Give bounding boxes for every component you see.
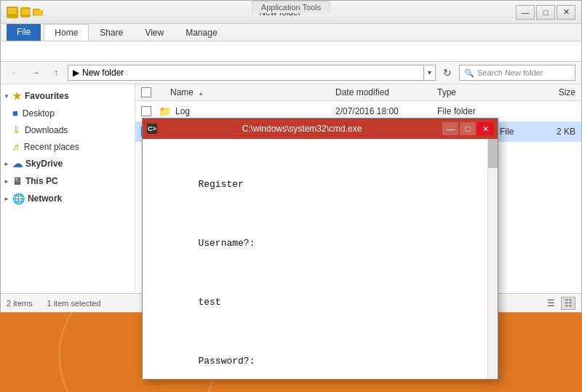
cmd-maximize-button[interactable]: □ (460, 122, 476, 135)
skydrive-icon: ☁ (12, 158, 23, 169)
cmd-line-password-prompt: Password?: (153, 345, 477, 377)
network-chevron-icon: ► (4, 196, 9, 202)
selected-count: 1 item selected (47, 299, 100, 308)
address-bar: ← → ↑ ▶ New folder ▼ ↻ 🔍 Search New fold… (1, 62, 581, 84)
cmd-window: C> C:\windows\system32\cmd.exe — □ ✕ Reg… (142, 118, 498, 380)
folder-title-icon (7, 7, 18, 18)
header-check (141, 87, 156, 97)
header-date[interactable]: Date modified (335, 87, 437, 97)
header-type[interactable]: Type (437, 87, 532, 97)
row1-checkbox[interactable] (141, 106, 151, 116)
skydrive-chevron-icon: ► (4, 161, 9, 167)
sidebar-desktop-label: Desktop (23, 108, 55, 119)
name-sort-icon: ▲ (198, 90, 204, 97)
address-path[interactable]: ▶ New folder (68, 65, 423, 80)
path-arrow: ▶ (73, 68, 79, 78)
search-box[interactable]: 🔍 Search New folder (459, 65, 575, 81)
sidebar-item-recent[interactable]: ♬ Recent places (1, 138, 135, 155)
header-size[interactable]: Size (532, 87, 575, 97)
row1-date: 2/07/2016 18:00 (335, 106, 437, 116)
downloads-icon: ⇓ (12, 124, 20, 135)
ribbon-tab-home[interactable]: Home (44, 24, 89, 41)
back-button[interactable]: ← (7, 65, 24, 81)
sidebar-favorites[interactable]: ▼ ★ Favourites (1, 87, 135, 105)
row1-check (141, 106, 156, 116)
folder-title-icon3 (33, 9, 40, 16)
sidebar-item-downloads[interactable]: ⇓ Downloads (1, 121, 135, 138)
cmd-line-register: Register (153, 168, 477, 201)
favorites-label: Favourites (25, 91, 69, 101)
cmd-scroll-thumb[interactable] (488, 139, 498, 168)
cmd-title: C:\windows\system32\cmd.exe (162, 124, 442, 134)
ribbon-tab-share[interactable]: Share (89, 24, 134, 41)
cmd-content: Register Username?: test Password?: 123 (143, 139, 498, 379)
cmd-scrollbar[interactable] (487, 139, 498, 379)
row1-name: 📁 Log (156, 105, 335, 117)
sidebar-skydrive-label: SkyDrive (25, 159, 63, 169)
cmd-line-username-prompt: Username?: (153, 227, 477, 260)
cmd-text-area: Register Username?: test Password?: 123 (143, 139, 487, 379)
file-list-header: Name ▲ Date modified Type Size (135, 84, 581, 101)
sidebar: ▼ ★ Favourites ■ Desktop ⇓ Downloads ♬ R… (1, 84, 135, 293)
ribbon-tab-file[interactable]: File (7, 24, 41, 41)
network-icon: 🌐 (12, 193, 25, 204)
cmd-window-controls: — □ ✕ (442, 122, 493, 135)
folder-icon: 📁 (159, 105, 171, 117)
sidebar-downloads-label: Downloads (25, 125, 68, 135)
favorites-chevron-icon: ▼ (4, 93, 9, 100)
up-button[interactable]: ↑ (47, 65, 65, 81)
favorites-star-icon: ★ (12, 90, 22, 102)
address-path-container: ▶ New folder ▼ (68, 65, 436, 81)
row2-size: 2 KB (532, 127, 575, 137)
refresh-button[interactable]: ↻ (439, 65, 456, 81)
ribbon-tab-view[interactable]: View (134, 24, 175, 41)
app-tools-label: Application Tools (252, 1, 330, 13)
list-view-button[interactable]: ☰ (543, 297, 558, 310)
cmd-minimize-button[interactable]: — (442, 122, 458, 135)
ribbon-content (1, 41, 581, 61)
search-icon: 🔍 (464, 68, 474, 78)
address-dropdown-button[interactable]: ▼ (423, 65, 435, 81)
cmd-title-bar: C> C:\windows\system32\cmd.exe — □ ✕ (143, 119, 498, 139)
row1-type: File folder (437, 106, 532, 116)
details-view-button[interactable]: ☷ (561, 297, 575, 310)
header-name[interactable]: Name ▲ (156, 87, 335, 97)
ribbon-tabs: File Home Share View Manage (1, 24, 581, 41)
search-placeholder: Search New folder (477, 68, 543, 77)
path-new-folder: New folder (82, 68, 124, 78)
sidebar-network[interactable]: ► 🌐 Network (1, 190, 135, 207)
cmd-icon: C> (147, 124, 157, 134)
desktop-icon: ■ (12, 108, 18, 119)
view-controls: ☰ ☷ (543, 297, 575, 310)
explorer-maximize-button[interactable]: □ (536, 5, 555, 20)
sidebar-thispc[interactable]: ► 🖥 This PC (1, 172, 135, 190)
explorer-title-icons (7, 7, 40, 18)
cmd-close-button[interactable]: ✕ (477, 122, 493, 135)
recent-icon: ♬ (12, 141, 20, 152)
explorer-window-controls: — □ ✕ (516, 5, 575, 20)
item-count: 2 items (7, 299, 32, 308)
thispc-icon: 🖥 (12, 175, 23, 187)
explorer-close-button[interactable]: ✕ (557, 5, 575, 20)
explorer-title-bar: Application Tools New folder — □ ✕ (1, 1, 581, 24)
cmd-line-username-value: test (153, 286, 477, 319)
ribbon: File Home Share View Manage (1, 24, 581, 62)
header-checkbox[interactable] (141, 87, 151, 97)
sidebar-network-label: Network (28, 193, 62, 204)
explorer-minimize-button[interactable]: — (516, 5, 535, 20)
sidebar-skydrive[interactable]: ► ☁ SkyDrive (1, 155, 135, 172)
sidebar-thispc-label: This PC (25, 176, 58, 186)
thispc-chevron-icon: ► (4, 178, 9, 185)
sidebar-item-desktop[interactable]: ■ Desktop (1, 105, 135, 121)
ribbon-tab-manage[interactable]: Manage (175, 24, 228, 41)
folder-title-icon2 (20, 7, 31, 17)
forward-button[interactable]: → (27, 65, 44, 81)
sidebar-recent-label: Recent places (24, 142, 79, 152)
